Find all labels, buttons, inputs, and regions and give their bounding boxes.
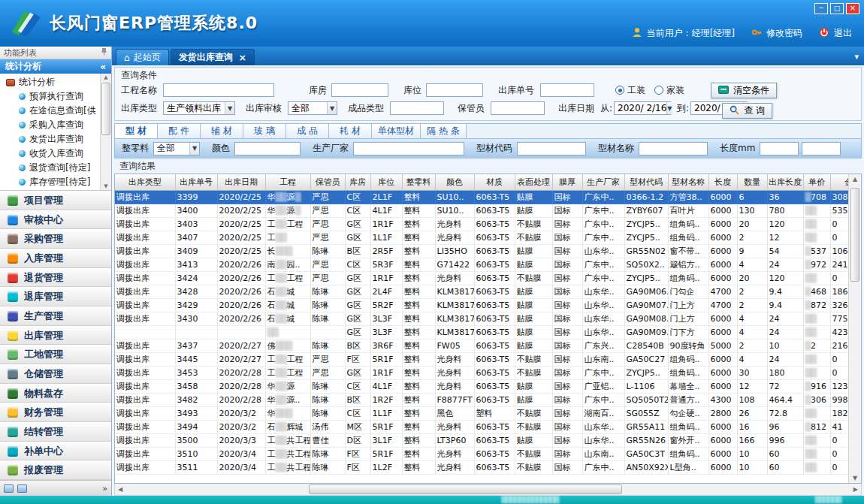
table-row[interactable]: 调拨出库35102020/3/4工▒▒共工程陈琳F区5R1F整料光身料6063-…	[115, 447, 848, 460]
vertical-scrollbar[interactable]: ▲ ▼	[848, 174, 861, 483]
close-tab-icon[interactable]: ×	[239, 53, 246, 63]
material-tab[interactable]: 单体型材	[372, 124, 421, 138]
table-row[interactable]: 调拨出库34942020/3/2石▒▒辉城汤伟M区5R1F整料光身料6063-T…	[115, 420, 848, 433]
column-header[interactable]: 保管员	[310, 174, 345, 190]
sidebar-menu-item[interactable]: 退库管理	[0, 287, 111, 306]
column-header[interactable]: 生产厂家	[582, 174, 624, 190]
table-row[interactable]: 调拨出库34582020/2/28华▒▒源陈琳C区4L1F整料光身料6063-T…	[115, 379, 848, 393]
material-tab[interactable]: 隔 热 条	[421, 124, 467, 138]
tree-root-statistics[interactable]: 统计分析	[0, 75, 100, 89]
change-password-link[interactable]: 修改密码	[766, 27, 802, 40]
tree-item[interactable]: 在途信息查询[供	[0, 104, 100, 118]
tree-item[interactable]: 采购入库查询	[0, 118, 100, 132]
audit-select[interactable]: 全部 ▼	[288, 101, 337, 115]
table-row[interactable]: 调拨出库34032020/2/25工▒▒工程严思G区1R1F整料光身料6063-…	[115, 217, 848, 231]
sidebar-menu-item[interactable]: 入库管理	[0, 249, 111, 268]
date-from-picker[interactable]: 2020/ 2/16 ▼	[614, 101, 671, 115]
column-header[interactable]: 工程	[265, 174, 310, 190]
order-no-input[interactable]	[540, 83, 594, 97]
sidebar-menu-item[interactable]: 工地管理	[0, 345, 111, 364]
scroll-left-icon[interactable]: ◀	[118, 486, 122, 493]
scroll-down-icon[interactable]: ▼	[104, 183, 107, 189]
column-header[interactable]: 整零料	[402, 174, 435, 190]
column-header[interactable]: 材质	[474, 174, 515, 190]
sidebar-menu-item[interactable]: 退货管理	[0, 268, 111, 288]
keeper-input[interactable]	[491, 101, 545, 115]
tree-item[interactable]: 退货查询[待定]	[0, 161, 100, 175]
profile-code-input[interactable]	[517, 142, 586, 155]
material-tab[interactable]: 耗 材	[329, 124, 372, 138]
color-input[interactable]	[234, 142, 301, 155]
sidebar-menu-item[interactable]: 结转管理	[0, 422, 111, 442]
column-header[interactable]: 型材代码	[624, 174, 668, 190]
table-row[interactable]: 调拨出库34822020/2/28华▒▒源..陈琳B区1R2F整料F8877FT…	[115, 393, 848, 406]
out-type-select[interactable]: 生产领料出库 ▼	[163, 101, 235, 115]
search-button[interactable]: 查 询	[722, 103, 772, 119]
tree-item[interactable]: 收货入库查询	[0, 146, 100, 161]
location-input[interactable]	[426, 83, 483, 97]
table-row[interactable]: 调拨出库34372020/2/27佛▒▒▒陈琳B区3R6F整料FW056063-…	[115, 339, 848, 352]
warehouse-input[interactable]	[331, 83, 388, 97]
logout-link[interactable]: 退出	[834, 27, 852, 40]
minimize-button[interactable]: ─	[814, 3, 828, 14]
product-type-input[interactable]	[390, 101, 444, 115]
table-row[interactable]: 调拨出库34092020/2/25长▒▒▒陈琳B区2R5F整料LI35HO606…	[115, 244, 848, 258]
table-row[interactable]: 调拨出库34452020/2/27工▒▒工程严思F区5R1F整料光身料6063-…	[115, 352, 848, 366]
table-row[interactable]: 调拨出库34072020/2/25工▒▒严思G区1L1F整料光身料6063-T5…	[115, 231, 848, 244]
sidebar-menu-item[interactable]: 报废管理	[0, 460, 111, 480]
tree-item[interactable]: 库存管理[待定]	[0, 175, 100, 189]
table-row[interactable]: 调拨出库34292020/2/26石▒▒城陈琳G区5R2F整料KLM381760…	[115, 298, 848, 312]
length-from-input[interactable]	[760, 142, 799, 155]
column-header[interactable]: 出库长度	[767, 174, 803, 190]
horizontal-scrollbar-thumb[interactable]	[309, 484, 622, 494]
scroll-up-icon[interactable]: ▲	[853, 176, 857, 183]
home-install-radio[interactable]	[654, 86, 663, 95]
profile-name-input[interactable]	[639, 142, 708, 155]
tab-active-document[interactable]: 发货出库查询×	[171, 49, 255, 65]
sidebar-menu-item[interactable]: 生产管理	[0, 306, 111, 326]
column-header[interactable]: 出库单号	[175, 174, 217, 190]
tree-item[interactable]: 发货出库查询	[0, 132, 100, 146]
column-header[interactable]: 长度	[708, 174, 737, 190]
table-row[interactable]: 调拨出库35112020/3/4工▒▒共工程陈琳F区1L2F整料光身料6063-…	[115, 460, 848, 474]
column-header[interactable]: 库房	[345, 174, 370, 190]
material-tab[interactable]: 配 件	[158, 124, 201, 138]
column-header[interactable]: 出库类型	[115, 174, 175, 190]
sidebar-menu-item[interactable]: 财务管理	[0, 403, 111, 422]
horizontal-scrollbar[interactable]: ◀ ▶	[114, 484, 862, 496]
table-row[interactable]: 调拨出库35002020/3/3工▒▒共工程曹佳D区3L1F整料LT3P6060…	[115, 433, 848, 447]
scroll-down-icon[interactable]: ▼	[853, 475, 857, 481]
maximize-button[interactable]: □	[830, 3, 844, 14]
column-header[interactable]: 数量	[737, 174, 767, 190]
project-name-input[interactable]	[163, 83, 274, 97]
length-to-input[interactable]	[802, 142, 841, 155]
table-row[interactable]: 调拨出库34302020/2/26石▒▒城陈琳G区3L3F整料KLM381760…	[115, 312, 848, 325]
collapse-icon[interactable]: «	[100, 62, 106, 72]
column-header[interactable]: 型材名称	[668, 174, 708, 190]
pin-icon[interactable]	[101, 47, 107, 58]
material-tab[interactable]: 玻 璃	[243, 124, 286, 138]
scroll-up-icon[interactable]: ▲	[104, 74, 107, 80]
maker-input[interactable]	[353, 142, 464, 155]
tab-start-page[interactable]: ⌂起始页	[116, 49, 169, 65]
column-header[interactable]: 单价	[803, 174, 830, 190]
column-header[interactable]: 库位	[370, 174, 402, 190]
more-button[interactable]: »	[102, 484, 107, 493]
clear-conditions-button[interactable]: 清空条件	[711, 83, 777, 98]
sidebar-menu-item[interactable]: 物料盘存	[0, 384, 111, 403]
table-row[interactable]: 调拨出库34932020/3/2华▒▒▒陈琳C区1L1F整料黑色塑料不贴膜国标湖…	[115, 406, 848, 420]
table-row[interactable]: 调拨出库34002020/2/25华▒▒源▒严思C区4L1F整料SU10..60…	[115, 204, 848, 217]
material-tab[interactable]: 成 品	[286, 124, 329, 138]
close-button[interactable]: ×	[846, 3, 859, 14]
chevron-down-icon[interactable]: ▾	[854, 52, 859, 62]
column-header[interactable]: 出库日期	[217, 174, 265, 190]
sidebar-menu-item[interactable]: 出库管理	[0, 326, 111, 346]
sidebar-menu-item[interactable]: 仓储管理	[0, 364, 111, 384]
app-shortcut-icon[interactable]	[4, 484, 14, 493]
table-row[interactable]: 调拨出库34132020/2/26南▒▒园..严思C区5R3F整料G714226…	[115, 258, 848, 271]
whole-part-select[interactable]: 全部 ▼	[153, 142, 200, 155]
sidebar-menu-item[interactable]: 采购管理	[0, 229, 111, 249]
vertical-scrollbar-thumb[interactable]	[850, 188, 859, 282]
table-row[interactable]: 调拨出库34532020/2/28工▒▒工程严思G区1R1F整料光身料6063-…	[115, 366, 848, 379]
table-row[interactable]: ▒▒G区3L3F整料KLM38176063-T5贴膜国标山东华..GA90M09…	[115, 325, 848, 339]
